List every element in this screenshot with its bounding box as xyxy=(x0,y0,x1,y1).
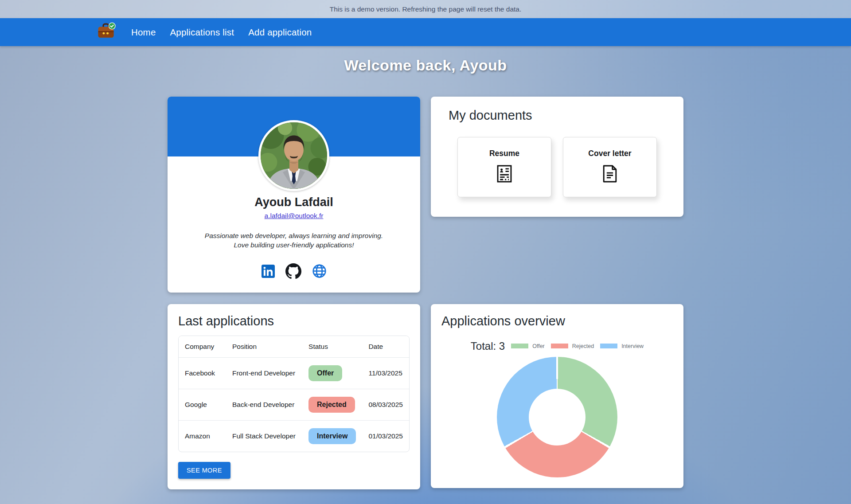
column-header-date: Date xyxy=(362,336,409,358)
legend-label: Rejected xyxy=(572,343,594,349)
nav-item-add-application[interactable]: Add application xyxy=(241,23,319,41)
donut-hole xyxy=(529,389,586,445)
cell-date: 11/03/2025 xyxy=(362,357,409,389)
table-row: Facebook Front-end Developer Offer 11/03… xyxy=(179,357,409,389)
table-row: Google Back-end Developer Rejected 08/03… xyxy=(179,389,409,420)
resume-label: Resume xyxy=(489,149,519,158)
documents-title: My documents xyxy=(449,108,666,123)
linkedin-icon[interactable] xyxy=(262,265,275,278)
profile-bio: Passionate web developer, always learnin… xyxy=(203,231,385,250)
status-badge: Rejected xyxy=(308,397,355,413)
cell-position: Full Stack Developer xyxy=(226,420,302,452)
profile-email-link[interactable]: a.lafdail@outlook.fr xyxy=(265,212,324,220)
cell-position: Back-end Developer xyxy=(226,389,302,420)
last-applications-title: Last applications xyxy=(178,314,410,328)
table-header-row: Company Position Status Date xyxy=(179,336,409,358)
cell-date: 08/03/2025 xyxy=(362,389,409,420)
cover-letter-document-icon xyxy=(600,164,620,186)
navbar: Home Applications list Add application xyxy=(0,18,851,46)
nav-item-home[interactable]: Home xyxy=(124,23,163,41)
cover-letter-label: Cover letter xyxy=(588,149,631,158)
resume-document-icon xyxy=(494,164,515,186)
demo-banner-text: This is a demo version. Refreshing the p… xyxy=(330,5,522,13)
main-content: Ayoub Lafdail a.lafdail@outlook.fr Passi… xyxy=(168,97,683,489)
cell-company: Facebook xyxy=(179,357,226,389)
legend-item: Offer xyxy=(511,343,545,349)
profile-name: Ayoub Lafdail xyxy=(168,195,420,209)
legend-swatch xyxy=(600,344,617,348)
nav-item-applications-list[interactable]: Applications list xyxy=(163,23,241,41)
applications-overview-card: Applications overview Total: 3 Offer Rej… xyxy=(431,304,683,488)
avatar xyxy=(258,120,329,191)
demo-banner: This is a demo version. Refreshing the p… xyxy=(0,0,851,18)
status-badge: Interview xyxy=(308,428,356,444)
website-globe-icon[interactable] xyxy=(312,264,327,278)
cell-date: 01/03/2025 xyxy=(362,420,409,452)
page-title: Welcome back, Ayoub xyxy=(0,57,851,74)
legend-item: Interview xyxy=(600,343,644,349)
legend-item: Rejected xyxy=(551,343,594,349)
legend-label: Offer xyxy=(532,343,545,349)
chart-legend: Offer Rejected Interview xyxy=(511,343,644,349)
see-more-button[interactable]: SEE MORE xyxy=(178,462,230,479)
chart-total: Total: 3 xyxy=(471,340,505,352)
resume-tile[interactable]: Resume xyxy=(457,137,551,197)
cell-position: Front-end Developer xyxy=(226,357,302,389)
chart-header: Total: 3 Offer Rejected Interview xyxy=(441,340,673,352)
document-tiles: Resume Cover letter xyxy=(449,137,666,197)
column-header-status: Status xyxy=(302,336,362,358)
table-row: Amazon Full Stack Developer Interview 01… xyxy=(179,420,409,452)
legend-swatch xyxy=(511,344,528,348)
applications-table: Company Position Status Date Facebook Fr… xyxy=(178,336,410,452)
legend-label: Interview xyxy=(621,343,644,349)
chart-area xyxy=(441,357,673,477)
profile-card: Ayoub Lafdail a.lafdail@outlook.fr Passi… xyxy=(168,97,420,293)
brand-logo[interactable] xyxy=(96,22,116,43)
social-links xyxy=(168,263,420,279)
last-applications-card: Last applications Company Position Statu… xyxy=(168,304,420,489)
column-header-position: Position xyxy=(226,336,302,358)
cell-company: Google xyxy=(179,389,226,420)
documents-card: My documents Resume Cover letter xyxy=(431,97,683,217)
legend-swatch xyxy=(551,344,568,348)
donut-chart xyxy=(497,357,617,477)
overview-title: Applications overview xyxy=(441,314,673,328)
cover-letter-tile[interactable]: Cover letter xyxy=(563,137,657,197)
github-icon[interactable] xyxy=(285,263,301,279)
cell-company: Amazon xyxy=(179,420,226,452)
status-badge: Offer xyxy=(308,365,342,381)
column-header-company: Company xyxy=(179,336,226,358)
briefcase-check-icon xyxy=(96,22,116,43)
